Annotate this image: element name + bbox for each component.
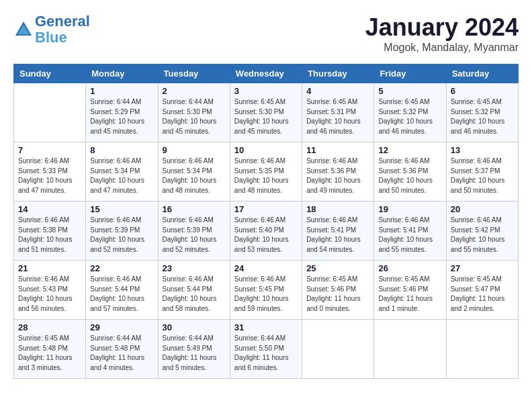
calendar-cell: 12Sunrise: 6:46 AM Sunset: 5:36 PM Dayli… bbox=[374, 142, 446, 201]
day-number: 30 bbox=[163, 322, 226, 332]
day-number: 17 bbox=[234, 204, 298, 214]
day-number: 20 bbox=[451, 204, 514, 214]
cell-info: Sunrise: 6:44 AM Sunset: 5:48 PM Dayligh… bbox=[90, 334, 153, 373]
cell-info: Sunrise: 6:46 AM Sunset: 5:41 PM Dayligh… bbox=[378, 216, 441, 255]
calendar-cell: 25Sunrise: 6:45 AM Sunset: 5:46 PM Dayli… bbox=[302, 261, 374, 320]
day-number: 7 bbox=[18, 145, 81, 155]
calendar-cell: 1Sunrise: 6:44 AM Sunset: 5:29 PM Daylig… bbox=[86, 83, 158, 142]
day-number: 10 bbox=[234, 145, 298, 155]
col-header-sunday: Sunday bbox=[14, 64, 86, 83]
calendar-cell: 20Sunrise: 6:46 AM Sunset: 5:42 PM Dayli… bbox=[446, 201, 518, 261]
day-number: 6 bbox=[451, 86, 514, 96]
day-number: 22 bbox=[90, 263, 153, 273]
calendar-cell bbox=[446, 320, 518, 379]
page-header: General Blue January 2024 Mogok, Mandala… bbox=[13, 13, 519, 54]
day-number: 25 bbox=[306, 263, 369, 273]
calendar-cell: 9Sunrise: 6:46 AM Sunset: 5:34 PM Daylig… bbox=[158, 142, 230, 201]
cell-info: Sunrise: 6:46 AM Sunset: 5:44 PM Dayligh… bbox=[163, 275, 226, 314]
cell-info: Sunrise: 6:46 AM Sunset: 5:34 PM Dayligh… bbox=[90, 156, 153, 195]
calendar-cell: 29Sunrise: 6:44 AM Sunset: 5:48 PM Dayli… bbox=[86, 320, 158, 379]
day-number: 2 bbox=[163, 86, 226, 96]
day-number: 23 bbox=[163, 263, 226, 273]
day-number: 26 bbox=[378, 263, 441, 273]
calendar-cell: 19Sunrise: 6:46 AM Sunset: 5:41 PM Dayli… bbox=[374, 201, 446, 261]
calendar-week-row: 7Sunrise: 6:46 AM Sunset: 5:33 PM Daylig… bbox=[14, 142, 519, 201]
cell-info: Sunrise: 6:46 AM Sunset: 5:45 PM Dayligh… bbox=[234, 275, 298, 314]
calendar-cell: 15Sunrise: 6:46 AM Sunset: 5:39 PM Dayli… bbox=[86, 201, 158, 261]
day-number: 3 bbox=[234, 86, 298, 96]
logo-icon bbox=[13, 19, 34, 40]
col-header-monday: Monday bbox=[86, 64, 158, 83]
calendar-cell: 8Sunrise: 6:46 AM Sunset: 5:34 PM Daylig… bbox=[86, 142, 158, 201]
cell-info: Sunrise: 6:45 AM Sunset: 5:48 PM Dayligh… bbox=[18, 334, 81, 373]
day-number: 27 bbox=[451, 263, 514, 273]
day-number: 16 bbox=[163, 204, 226, 214]
cell-info: Sunrise: 6:46 AM Sunset: 5:38 PM Dayligh… bbox=[18, 216, 81, 255]
location: Mogok, Mandalay, Myanmar bbox=[365, 42, 519, 54]
calendar-cell: 30Sunrise: 6:44 AM Sunset: 5:49 PM Dayli… bbox=[158, 320, 230, 379]
cell-info: Sunrise: 6:44 AM Sunset: 5:50 PM Dayligh… bbox=[234, 334, 298, 373]
calendar-cell: 2Sunrise: 6:44 AM Sunset: 5:30 PM Daylig… bbox=[158, 83, 230, 142]
calendar-cell: 7Sunrise: 6:46 AM Sunset: 5:33 PM Daylig… bbox=[14, 142, 86, 201]
day-number: 8 bbox=[90, 145, 153, 155]
day-number: 1 bbox=[90, 86, 153, 96]
day-number: 28 bbox=[18, 322, 81, 332]
day-number: 31 bbox=[234, 322, 298, 332]
cell-info: Sunrise: 6:45 AM Sunset: 5:46 PM Dayligh… bbox=[306, 275, 369, 314]
day-number: 18 bbox=[306, 204, 369, 214]
calendar-table: SundayMondayTuesdayWednesdayThursdayFrid… bbox=[13, 64, 519, 379]
calendar-cell bbox=[374, 320, 446, 379]
calendar-cell: 17Sunrise: 6:46 AM Sunset: 5:40 PM Dayli… bbox=[230, 201, 302, 261]
calendar-week-row: 21Sunrise: 6:46 AM Sunset: 5:43 PM Dayli… bbox=[14, 261, 519, 320]
cell-info: Sunrise: 6:45 AM Sunset: 5:32 PM Dayligh… bbox=[378, 97, 441, 136]
calendar-cell: 14Sunrise: 6:46 AM Sunset: 5:38 PM Dayli… bbox=[14, 201, 86, 261]
calendar-cell: 10Sunrise: 6:46 AM Sunset: 5:35 PM Dayli… bbox=[230, 142, 302, 201]
cell-info: Sunrise: 6:46 AM Sunset: 5:40 PM Dayligh… bbox=[234, 216, 298, 255]
day-number: 5 bbox=[378, 86, 441, 96]
cell-info: Sunrise: 6:46 AM Sunset: 5:36 PM Dayligh… bbox=[306, 156, 369, 195]
cell-info: Sunrise: 6:46 AM Sunset: 5:39 PM Dayligh… bbox=[163, 216, 226, 255]
calendar-cell: 6Sunrise: 6:45 AM Sunset: 5:32 PM Daylig… bbox=[446, 83, 518, 142]
calendar-cell: 3Sunrise: 6:45 AM Sunset: 5:30 PM Daylig… bbox=[230, 83, 302, 142]
cell-info: Sunrise: 6:45 AM Sunset: 5:46 PM Dayligh… bbox=[378, 275, 441, 314]
day-number: 21 bbox=[18, 263, 81, 273]
calendar-week-row: 14Sunrise: 6:46 AM Sunset: 5:38 PM Dayli… bbox=[14, 201, 519, 261]
calendar-cell: 13Sunrise: 6:46 AM Sunset: 5:37 PM Dayli… bbox=[446, 142, 518, 201]
calendar-cell: 26Sunrise: 6:45 AM Sunset: 5:46 PM Dayli… bbox=[374, 261, 446, 320]
day-number: 24 bbox=[234, 263, 298, 273]
title-block: January 2024 Mogok, Mandalay, Myanmar bbox=[365, 13, 519, 54]
cell-info: Sunrise: 6:46 AM Sunset: 5:44 PM Dayligh… bbox=[90, 275, 153, 314]
col-header-friday: Friday bbox=[374, 64, 446, 83]
calendar-cell: 11Sunrise: 6:46 AM Sunset: 5:36 PM Dayli… bbox=[302, 142, 374, 201]
cell-info: Sunrise: 6:45 AM Sunset: 5:47 PM Dayligh… bbox=[451, 275, 514, 314]
day-number: 11 bbox=[306, 145, 369, 155]
calendar-cell: 16Sunrise: 6:46 AM Sunset: 5:39 PM Dayli… bbox=[158, 201, 230, 261]
day-number: 4 bbox=[306, 86, 369, 96]
col-header-tuesday: Tuesday bbox=[158, 64, 230, 83]
cell-info: Sunrise: 6:46 AM Sunset: 5:36 PM Dayligh… bbox=[378, 156, 441, 195]
cell-info: Sunrise: 6:46 AM Sunset: 5:33 PM Dayligh… bbox=[18, 156, 81, 195]
calendar-week-row: 28Sunrise: 6:45 AM Sunset: 5:48 PM Dayli… bbox=[14, 320, 519, 379]
day-number: 12 bbox=[378, 145, 441, 155]
cell-info: Sunrise: 6:44 AM Sunset: 5:49 PM Dayligh… bbox=[163, 334, 226, 373]
calendar-cell: 21Sunrise: 6:46 AM Sunset: 5:43 PM Dayli… bbox=[14, 261, 86, 320]
calendar-cell bbox=[14, 83, 86, 142]
calendar-cell: 24Sunrise: 6:46 AM Sunset: 5:45 PM Dayli… bbox=[230, 261, 302, 320]
logo-text: General Blue bbox=[35, 13, 90, 46]
cell-info: Sunrise: 6:46 AM Sunset: 5:39 PM Dayligh… bbox=[90, 216, 153, 255]
cell-info: Sunrise: 6:45 AM Sunset: 5:31 PM Dayligh… bbox=[306, 97, 369, 136]
cell-info: Sunrise: 6:45 AM Sunset: 5:30 PM Dayligh… bbox=[234, 97, 298, 136]
logo: General Blue bbox=[13, 13, 90, 46]
cell-info: Sunrise: 6:45 AM Sunset: 5:32 PM Dayligh… bbox=[451, 97, 514, 136]
cell-info: Sunrise: 6:44 AM Sunset: 5:30 PM Dayligh… bbox=[163, 97, 226, 136]
calendar-cell: 23Sunrise: 6:46 AM Sunset: 5:44 PM Dayli… bbox=[158, 261, 230, 320]
cell-info: Sunrise: 6:46 AM Sunset: 5:37 PM Dayligh… bbox=[451, 156, 514, 195]
day-number: 19 bbox=[378, 204, 441, 214]
day-number: 29 bbox=[90, 322, 153, 332]
cell-info: Sunrise: 6:46 AM Sunset: 5:34 PM Dayligh… bbox=[163, 156, 226, 195]
cell-info: Sunrise: 6:46 AM Sunset: 5:42 PM Dayligh… bbox=[451, 216, 514, 255]
day-number: 14 bbox=[18, 204, 81, 214]
calendar-header-row: SundayMondayTuesdayWednesdayThursdayFrid… bbox=[14, 64, 519, 83]
calendar-cell: 28Sunrise: 6:45 AM Sunset: 5:48 PM Dayli… bbox=[14, 320, 86, 379]
day-number: 15 bbox=[90, 204, 153, 214]
